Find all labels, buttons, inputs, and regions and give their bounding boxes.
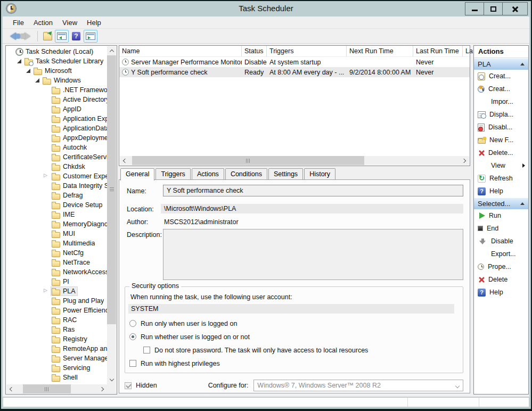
tree-horizontal-scrollbar[interactable] bbox=[6, 384, 107, 393]
tree-item-plug-and-play[interactable]: Plug and Play bbox=[6, 296, 107, 306]
action-refresh[interactable]: Refresh bbox=[474, 172, 528, 185]
column-header-triggers[interactable]: Triggers bbox=[267, 46, 347, 56]
tree-vertical-scrollbar[interactable] bbox=[107, 46, 116, 384]
forward-button[interactable] bbox=[20, 30, 34, 43]
radio-run-whether-user-is-logged-on-or-not[interactable] bbox=[129, 333, 136, 340]
help-button[interactable] bbox=[69, 30, 83, 43]
tree-item-windows[interactable]: Windows bbox=[6, 76, 107, 85]
action-run[interactable]: Run bbox=[474, 209, 528, 222]
tree-item-registry[interactable]: Registry bbox=[6, 334, 107, 344]
scroll-down-button[interactable] bbox=[107, 375, 116, 384]
scroll-right-button[interactable] bbox=[98, 384, 107, 393]
tree-item-mui[interactable]: MUI bbox=[6, 229, 107, 239]
tree-item-rac[interactable]: RAC bbox=[6, 315, 107, 325]
tree-item-nettrace[interactable]: NetTrace bbox=[6, 258, 107, 267]
task-row-y-soft-performance-check[interactable]: Y Soft performance checkReadyAt 8:00 AM … bbox=[119, 67, 470, 77]
action-impor[interactable]: Impor... bbox=[474, 95, 528, 108]
section-header-pla[interactable]: PLA bbox=[474, 58, 528, 70]
tree-item-power-efficienc[interactable]: Power Efficienc bbox=[6, 306, 107, 315]
tree-item-net-framewor[interactable]: .NET Framewor bbox=[6, 85, 107, 95]
tree-item-chkdsk[interactable]: Chkdsk bbox=[6, 162, 107, 171]
column-header-next-run-time[interactable]: Next Run Time bbox=[347, 46, 413, 56]
tree-item-remoteapp-and[interactable]: RemoteApp and bbox=[6, 344, 107, 354]
collapsed-expander-icon[interactable] bbox=[44, 174, 50, 179]
tree-item-task-scheduler-local[interactable]: Task Scheduler (Local) bbox=[6, 47, 107, 56]
action-delete[interactable]: Delete bbox=[474, 273, 528, 286]
tree-item-networkaccess[interactable]: NetworkAccess bbox=[6, 267, 107, 277]
action-delete[interactable]: Delete... bbox=[474, 146, 528, 159]
close-button[interactable] bbox=[503, 3, 527, 15]
scroll-track[interactable] bbox=[107, 55, 116, 375]
tab-settings[interactable]: Settings bbox=[268, 168, 303, 180]
tree-item-certificateservic[interactable]: CertificateServic bbox=[6, 152, 107, 162]
action-creat[interactable]: Creat... bbox=[474, 83, 528, 95]
tree-item-ras[interactable]: Ras bbox=[6, 325, 107, 334]
scroll-thumb[interactable] bbox=[23, 384, 71, 393]
export-list-button[interactable] bbox=[40, 30, 54, 43]
tree-item-shell[interactable]: Shell bbox=[6, 373, 107, 382]
action-new-f[interactable]: New F... bbox=[474, 134, 528, 146]
expanded-expander-icon[interactable] bbox=[17, 59, 22, 64]
scroll-thumb[interactable] bbox=[132, 156, 364, 165]
tab-history[interactable]: History bbox=[304, 168, 335, 180]
column-header-last-run-time[interactable]: Last Run Time bbox=[413, 46, 463, 56]
tree-item-device-setup[interactable]: Device Setup bbox=[6, 200, 107, 210]
action-prope[interactable]: Prope... bbox=[474, 260, 528, 273]
menu-file[interactable]: File bbox=[8, 18, 29, 28]
checkbox-run-with-highest-privileges[interactable] bbox=[129, 360, 136, 367]
collapsed-expander-icon[interactable] bbox=[44, 289, 50, 294]
tree-item-servicing[interactable]: Servicing bbox=[6, 363, 107, 373]
scroll-left-button[interactable] bbox=[120, 156, 129, 165]
minimize-button[interactable] bbox=[465, 3, 484, 15]
tree-item-memorydiagno[interactable]: MemoryDiagno bbox=[6, 219, 107, 229]
scroll-left-button[interactable] bbox=[6, 384, 15, 393]
tree-item-autochk[interactable]: Autochk bbox=[6, 143, 107, 152]
tree-item-application-exp[interactable]: Application Exp bbox=[6, 114, 107, 124]
tree-item-defrag[interactable]: Defrag bbox=[6, 191, 107, 200]
show-hide-console-tree-button[interactable] bbox=[55, 30, 69, 43]
tree-item-microsoft[interactable]: Microsoft bbox=[6, 66, 107, 76]
menu-action[interactable]: Action bbox=[29, 18, 58, 28]
task-row-server-manager-performance-monitor[interactable]: Server Manager Performance MonitorDisabl… bbox=[119, 57, 470, 67]
expanded-expander-icon[interactable] bbox=[35, 78, 40, 84]
show-hide-action-pane-button[interactable] bbox=[84, 30, 97, 43]
tree-item-pi[interactable]: PI bbox=[6, 277, 107, 286]
description-textarea[interactable] bbox=[163, 229, 463, 280]
back-button[interactable] bbox=[6, 30, 20, 43]
action-export[interactable]: Export... bbox=[474, 248, 528, 260]
tree-item-data-integrity-s[interactable]: Data Integrity S bbox=[6, 181, 107, 191]
tree-item-ime[interactable]: IME bbox=[6, 210, 107, 219]
hidden-checkbox[interactable] bbox=[125, 382, 132, 389]
menu-view[interactable]: View bbox=[58, 18, 82, 28]
tree-item-customer-exper[interactable]: Customer Exper bbox=[6, 171, 107, 181]
column-header-name[interactable]: Name bbox=[119, 46, 242, 56]
tab-actions[interactable]: Actions bbox=[192, 168, 224, 180]
tree-item-applicationdata[interactable]: ApplicationData bbox=[6, 124, 107, 133]
action-creat[interactable]: Creat... bbox=[474, 70, 528, 83]
tree-item-active-directory[interactable]: Active Directory bbox=[6, 95, 107, 104]
tree-item-pla[interactable]: PLA bbox=[6, 286, 107, 296]
tree-item-appxdeployme[interactable]: AppxDeployme bbox=[6, 133, 107, 143]
tree-item-appid[interactable]: AppID bbox=[6, 104, 107, 114]
action-displa[interactable]: Displa... bbox=[474, 108, 528, 121]
tree-item-task-scheduler-library[interactable]: Task Scheduler Library bbox=[6, 56, 107, 66]
task-name-input[interactable]: Y Soft performance check bbox=[163, 185, 463, 196]
action-view[interactable]: View bbox=[474, 159, 528, 172]
action-disable[interactable]: Disable bbox=[474, 235, 528, 248]
scroll-up-button[interactable] bbox=[107, 46, 116, 55]
action-end[interactable]: End bbox=[474, 222, 528, 235]
action-help[interactable]: Help bbox=[474, 185, 528, 198]
scroll-thumb[interactable] bbox=[107, 55, 116, 324]
tab-triggers[interactable]: Triggers bbox=[155, 168, 190, 180]
tab-conditions[interactable]: Conditions bbox=[225, 168, 267, 180]
tree-item-netcfg[interactable]: NetCfg bbox=[6, 248, 107, 258]
scroll-right-button[interactable] bbox=[460, 156, 469, 165]
checkbox-do-not-store-password-the-task-will-only-have-access-to-local-resources[interactable] bbox=[143, 347, 150, 354]
menu-help[interactable]: Help bbox=[82, 18, 106, 28]
task-list-horizontal-scrollbar[interactable] bbox=[120, 156, 469, 165]
tab-general[interactable]: General bbox=[120, 168, 154, 180]
maximize-button[interactable] bbox=[484, 3, 503, 15]
scroll-track[interactable] bbox=[15, 384, 98, 393]
scroll-track[interactable] bbox=[129, 156, 460, 165]
expanded-expander-icon[interactable] bbox=[26, 68, 31, 74]
